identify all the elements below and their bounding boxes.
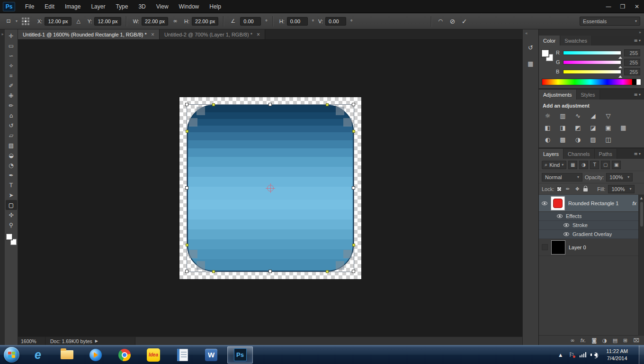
- fill-dropdown[interactable]: 100% ▾: [608, 185, 635, 193]
- tool-spot-healing-brush[interactable]: ✙: [6, 91, 17, 100]
- visibility-eye-icon[interactable]: [564, 232, 569, 236]
- transform-handle-bottom-middle[interactable]: [268, 270, 272, 273]
- slider-thumb[interactable]: [618, 64, 622, 68]
- tool-eraser[interactable]: ▱: [6, 130, 17, 140]
- width-field[interactable]: 22.00 px: [142, 17, 168, 26]
- taskbar-journal[interactable]: [170, 346, 195, 364]
- blue-slider[interactable]: [563, 70, 621, 74]
- tool-rounded-rectangle[interactable]: ▢: [6, 200, 17, 210]
- new-group-icon[interactable]: ▤: [613, 337, 617, 344]
- h-skew-field[interactable]: 0.00: [287, 17, 308, 26]
- filter-adjustment-layers-icon[interactable]: ◑: [579, 161, 588, 169]
- posterize-icon[interactable]: ▩: [558, 135, 568, 144]
- blend-mode-dropdown[interactable]: Normal ▾: [542, 173, 582, 182]
- add-layer-style-icon[interactable]: fx.: [581, 337, 586, 343]
- restore-button[interactable]: ❐: [616, 0, 630, 13]
- status-expand-icon[interactable]: ▶: [95, 339, 98, 343]
- taskbar-chrome[interactable]: [112, 346, 137, 364]
- document-size-readout[interactable]: Doc: 1.69K/0 bytes ▶: [45, 337, 135, 345]
- menu-image[interactable]: Image: [60, 0, 86, 13]
- exposure-icon[interactable]: ◢: [588, 111, 598, 120]
- menu-view[interactable]: View: [151, 0, 174, 13]
- vibrance-icon[interactable]: ▽: [603, 111, 613, 120]
- delete-layer-icon[interactable]: ⌧: [633, 337, 639, 344]
- taskbar-windows-explorer[interactable]: [54, 346, 80, 364]
- scroll-up-arrow-icon[interactable]: ▲: [639, 195, 644, 200]
- tab-swatches[interactable]: Swatches: [560, 36, 592, 46]
- red-slider[interactable]: [563, 51, 621, 55]
- taskbar-photoshop-active[interactable]: Ps: [227, 346, 253, 364]
- visibility-eye-icon[interactable]: [564, 223, 569, 227]
- history-panel-icon[interactable]: ↺: [525, 42, 537, 53]
- green-value-field[interactable]: 255: [624, 59, 640, 66]
- filter-kind-dropdown[interactable]: ⌕ Kind ▾: [542, 161, 566, 169]
- menu-window[interactable]: Window: [174, 0, 205, 13]
- taskbar-idea[interactable]: Idea: [141, 346, 166, 364]
- tray-expand-icon[interactable]: ▲: [557, 353, 564, 357]
- foreground-color-swatch[interactable]: [542, 50, 549, 57]
- commit-transform-button[interactable]: ✓: [460, 17, 469, 26]
- lock-image-pixels-icon[interactable]: ✏: [564, 186, 571, 191]
- tab-adjustments[interactable]: Adjustments: [539, 90, 577, 100]
- foreground-color-swatch[interactable]: [6, 234, 12, 240]
- path-anchor-point[interactable]: [212, 103, 215, 106]
- zoom-level-field[interactable]: 1600%: [18, 337, 45, 345]
- lock-all-icon[interactable]: [583, 188, 588, 191]
- toolbar-expand-chevron-icon[interactable]: »: [1, 32, 4, 36]
- canvas-viewport[interactable]: [18, 40, 522, 337]
- start-button[interactable]: [4, 347, 19, 363]
- path-anchor-point[interactable]: [326, 270, 329, 273]
- menu-help[interactable]: Help: [204, 0, 226, 13]
- filter-shape-layers-icon[interactable]: ▢: [601, 161, 610, 169]
- layer-row-stroke-effect[interactable]: Stroke: [539, 221, 644, 230]
- layer-thumbnail[interactable]: [551, 196, 565, 210]
- brightness-contrast-icon[interactable]: ☼: [543, 111, 553, 120]
- transform-handle-middle-right[interactable]: [352, 186, 355, 190]
- warp-mode-button[interactable]: ◠: [436, 17, 446, 26]
- tool-clone-stamp[interactable]: ⌂: [6, 110, 17, 120]
- minimize-button[interactable]: —: [601, 0, 616, 13]
- path-anchor-point[interactable]: [352, 130, 355, 133]
- hue-saturation-icon[interactable]: ◧: [543, 123, 553, 132]
- rotation-field[interactable]: 0.00: [240, 17, 261, 26]
- new-layer-icon[interactable]: ⊞: [623, 337, 627, 344]
- transform-handle-bottom-left[interactable]: [185, 270, 188, 273]
- slider-thumb[interactable]: [618, 55, 622, 59]
- collapse-dock-chevron-icon[interactable]: »: [639, 30, 641, 35]
- menu-type[interactable]: Type: [110, 0, 133, 13]
- new-adjustment-layer-icon[interactable]: ◑: [602, 337, 607, 344]
- tab-color[interactable]: Color: [539, 36, 560, 46]
- menu-layer[interactable]: Layer: [86, 0, 110, 13]
- panel-menu-icon[interactable]: ≡ ▾: [631, 149, 644, 159]
- invert-icon[interactable]: ◐: [543, 135, 553, 144]
- path-anchor-point[interactable]: [186, 244, 188, 246]
- opacity-dropdown[interactable]: 100% ▾: [606, 173, 633, 182]
- tool-zoom[interactable]: ⚲: [6, 220, 17, 230]
- document-tab-untitled-2[interactable]: Untitled-2 @ 700% (Layer 1, RGB/8) * ×: [160, 29, 265, 39]
- color-balance-icon[interactable]: ◨: [558, 123, 568, 132]
- black-white-icon[interactable]: ◩: [573, 123, 583, 132]
- show-desktop-button[interactable]: [639, 346, 644, 364]
- network-icon[interactable]: [580, 352, 587, 357]
- tool-quick-selection[interactable]: ✧: [6, 61, 17, 71]
- tab-channels[interactable]: Channels: [564, 149, 594, 159]
- threshold-icon[interactable]: ◑: [573, 135, 583, 144]
- taskbar-internet-explorer[interactable]: e: [25, 346, 51, 364]
- scrollbar-thumb[interactable]: [640, 202, 643, 227]
- tab-styles[interactable]: Styles: [577, 90, 600, 100]
- color-spectrum-ramp[interactable]: [542, 79, 641, 85]
- tool-brush[interactable]: ✏: [6, 100, 17, 110]
- filter-pixel-layers-icon[interactable]: ▦: [568, 161, 577, 169]
- relative-positioning-button[interactable]: △: [74, 17, 83, 26]
- tool-rectangular-marquee[interactable]: ▭: [6, 41, 17, 51]
- x-position-field[interactable]: 12.00 px: [45, 17, 71, 26]
- close-tab-icon[interactable]: ×: [257, 31, 260, 38]
- taskbar-clock[interactable]: 11:22 AM 7/4/2014: [602, 348, 632, 362]
- layer-thumbnail[interactable]: [551, 240, 565, 255]
- v-skew-field[interactable]: 0.00: [325, 17, 346, 26]
- tool-pen[interactable]: ✒: [6, 170, 17, 180]
- red-value-field[interactable]: 255: [624, 49, 640, 56]
- path-anchor-point[interactable]: [352, 244, 355, 246]
- tab-paths[interactable]: Paths: [595, 149, 617, 159]
- panel-menu-icon[interactable]: ≡ ▾: [631, 36, 644, 46]
